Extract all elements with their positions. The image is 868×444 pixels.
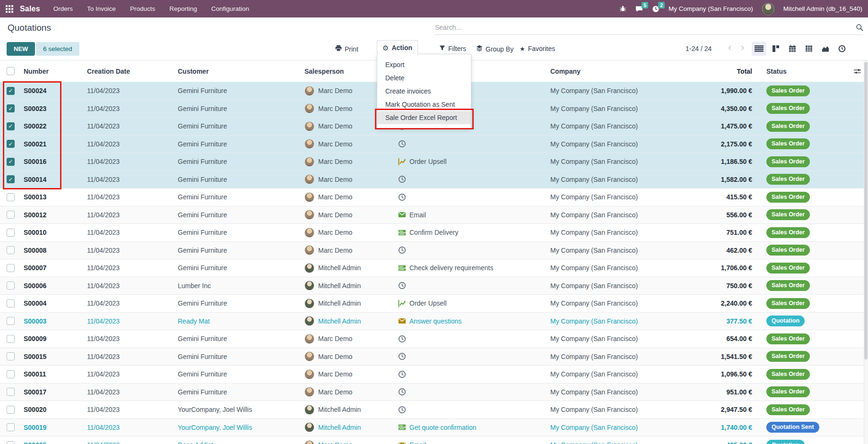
scrollbar-thumb[interactable] xyxy=(864,62,868,359)
pager-previous-icon[interactable]: ‹ xyxy=(728,42,731,54)
bug-icon[interactable] xyxy=(619,5,626,12)
header-number[interactable]: Number xyxy=(22,68,85,75)
active-company[interactable]: My Company (San Francisco) xyxy=(668,5,753,12)
activity-cell[interactable] xyxy=(396,370,548,378)
activity-cell[interactable]: Confirm Delivery xyxy=(396,229,548,237)
group-by-button[interactable]: Group By xyxy=(472,43,518,55)
header-customer[interactable]: Customer xyxy=(176,68,303,75)
activity-cell[interactable]: Email xyxy=(396,441,548,444)
search-icon[interactable] xyxy=(856,24,863,31)
row-checkbox[interactable] xyxy=(7,229,15,237)
row-checkbox[interactable] xyxy=(7,335,15,343)
search-input[interactable] xyxy=(435,24,852,31)
row-checkbox[interactable] xyxy=(7,264,15,272)
activity-cell[interactable] xyxy=(396,282,548,290)
activity-cell[interactable] xyxy=(396,352,548,360)
activity-cell[interactable] xyxy=(396,175,548,183)
user-avatar[interactable] xyxy=(762,3,774,15)
table-row[interactable]: S00014 11/04/2023 Gemini Furniture Marc … xyxy=(0,171,868,189)
table-row[interactable]: S00003 11/04/2023 Ready Mat Mitchell Adm… xyxy=(0,313,868,331)
table-row[interactable]: S00019 11/04/2023 YourCompany, Joel Will… xyxy=(0,419,868,437)
table-row[interactable]: S00009 11/04/2023 Gemini Furniture Marc … xyxy=(0,330,868,348)
header-creation-date[interactable]: Creation Date xyxy=(85,68,176,75)
row-checkbox[interactable] xyxy=(7,175,15,183)
table-row[interactable]: S00004 11/04/2023 Gemini Furniture Mitch… xyxy=(0,295,868,313)
row-checkbox[interactable] xyxy=(7,352,15,360)
app-name[interactable]: Sales xyxy=(20,5,40,13)
filters-button[interactable]: Filters xyxy=(435,43,470,55)
row-checkbox[interactable] xyxy=(7,140,15,148)
activity-cell[interactable]: Order Upsell xyxy=(396,299,548,307)
table-row[interactable]: S00016 11/04/2023 Gemini Furniture Marc … xyxy=(0,153,868,171)
row-checkbox[interactable] xyxy=(7,193,15,201)
row-checkbox[interactable] xyxy=(7,122,15,130)
activity-cell[interactable]: Get quote confirmation xyxy=(396,423,548,431)
list-view-icon[interactable] xyxy=(752,42,766,56)
kanban-view-icon[interactable] xyxy=(768,42,783,56)
row-checkbox[interactable] xyxy=(7,158,15,166)
activity-cell[interactable] xyxy=(396,406,548,414)
row-checkbox[interactable] xyxy=(7,370,15,378)
apps-grid-icon[interactable] xyxy=(6,5,13,13)
activity-cell[interactable] xyxy=(396,140,548,148)
pivot-view-icon[interactable] xyxy=(801,42,816,56)
action-menu-item[interactable]: Create invoices xyxy=(377,85,471,98)
row-checkbox[interactable] xyxy=(7,317,15,325)
pager-next-icon[interactable]: › xyxy=(741,42,744,54)
action-menu-item[interactable]: Sale Order Excel Report xyxy=(377,111,471,124)
activity-cell[interactable] xyxy=(396,335,548,343)
table-row[interactable]: S00017 11/04/2023 Gemini Furniture Marc … xyxy=(0,384,868,401)
table-row[interactable]: S00013 11/04/2023 Gemini Furniture Marc … xyxy=(0,188,868,206)
activity-cell[interactable] xyxy=(396,193,548,201)
table-row[interactable]: S00005 11/04/2023 Deco Addict Marc Demo … xyxy=(0,436,868,444)
row-checkbox[interactable] xyxy=(7,211,15,219)
activity-cell[interactable] xyxy=(396,246,548,254)
action-button[interactable]: ⚙ Action xyxy=(377,40,418,55)
row-checkbox[interactable] xyxy=(7,388,15,396)
activity-view-icon[interactable] xyxy=(834,42,849,56)
print-button[interactable]: Print xyxy=(331,43,363,55)
row-checkbox[interactable] xyxy=(7,87,15,95)
row-checkbox[interactable] xyxy=(7,282,15,290)
table-row[interactable]: S00008 11/04/2023 Gemini Furniture Marc … xyxy=(0,242,868,260)
graph-view-icon[interactable] xyxy=(818,42,833,56)
header-status[interactable]: Status xyxy=(764,68,846,75)
select-all-checkbox[interactable] xyxy=(7,67,15,75)
calendar-view-icon[interactable] xyxy=(785,42,799,56)
table-row[interactable]: S00007 11/04/2023 Gemini Furniture Mitch… xyxy=(0,259,868,277)
activity-cell[interactable]: Order Upsell xyxy=(396,158,548,166)
activity-cell[interactable]: Answer questions xyxy=(396,317,548,325)
table-row[interactable]: S00010 11/04/2023 Gemini Furniture Marc … xyxy=(0,224,868,242)
row-checkbox[interactable] xyxy=(7,299,15,307)
selected-count-chip[interactable]: 6 selected xyxy=(36,42,79,56)
row-checkbox[interactable] xyxy=(7,104,15,112)
row-checkbox[interactable] xyxy=(7,423,15,431)
favorites-button[interactable]: ★ Favorites xyxy=(515,43,559,55)
action-menu-item[interactable]: Delete xyxy=(377,71,471,85)
nav-menu-orders[interactable]: Orders xyxy=(53,5,73,12)
nav-menu-reporting[interactable]: Reporting xyxy=(169,5,197,12)
messages-icon[interactable]: 5 xyxy=(635,5,643,13)
table-row[interactable]: S00020 11/04/2023 YourCompany, Joel Will… xyxy=(0,401,868,419)
activity-cell[interactable]: Check delivery requirements xyxy=(396,264,548,272)
activity-cell[interactable] xyxy=(396,388,548,396)
nav-menu-products[interactable]: Products xyxy=(130,5,155,12)
row-checkbox[interactable] xyxy=(7,246,15,254)
action-menu-item[interactable]: Mark Quotation as Sent xyxy=(377,98,471,111)
table-row[interactable]: S00006 11/04/2023 Lumber Inc Mitchell Ad… xyxy=(0,277,868,295)
row-checkbox[interactable] xyxy=(7,406,15,414)
header-company[interactable]: Company xyxy=(548,68,695,75)
activities-icon[interactable]: 2 xyxy=(652,5,660,13)
user-menu[interactable]: Mitchell Admin (db_16_540) xyxy=(783,5,862,12)
header-total[interactable]: Total xyxy=(695,68,764,75)
row-checkbox[interactable] xyxy=(7,441,15,444)
activity-cell[interactable]: Email xyxy=(396,211,548,219)
table-row[interactable]: S00011 11/04/2023 Gemini Furniture Marc … xyxy=(0,366,868,384)
table-row[interactable]: S00021 11/04/2023 Gemini Furniture Marc … xyxy=(0,136,868,154)
nav-menu-configuration[interactable]: Configuration xyxy=(211,5,249,12)
table-row[interactable]: S00012 11/04/2023 Gemini Furniture Marc … xyxy=(0,206,868,224)
vertical-scrollbar[interactable] xyxy=(864,60,868,444)
new-button[interactable]: NEW xyxy=(7,42,35,56)
action-menu-item[interactable]: Export xyxy=(377,58,471,71)
table-row[interactable]: S00015 11/04/2023 Gemini Furniture Marc … xyxy=(0,348,868,366)
